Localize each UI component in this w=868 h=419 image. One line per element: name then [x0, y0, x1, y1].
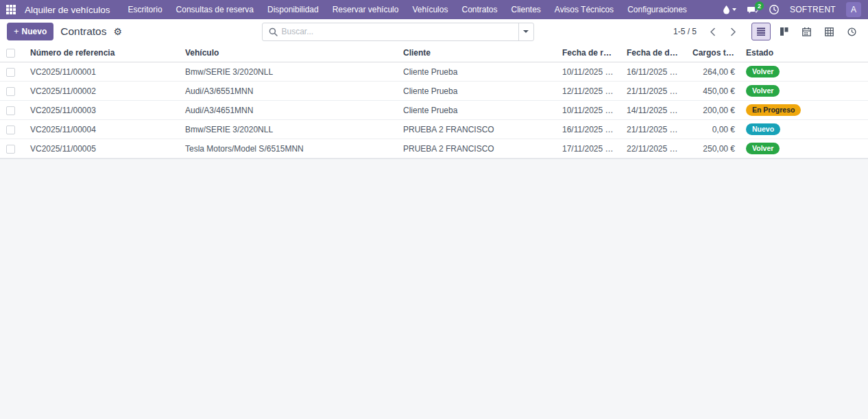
company-switcher[interactable]: SOFTRENT	[790, 5, 836, 14]
cell-pickup-date: 10/11/2025 08:00:00	[557, 62, 621, 82]
row-checkbox[interactable]	[6, 106, 15, 115]
cell-reference: VC2025/11/00004	[25, 120, 180, 139]
cell-reference: VC2025/11/00003	[25, 101, 180, 120]
row-select-cell	[0, 62, 25, 82]
pager-value: 1-5 / 5	[673, 27, 697, 36]
menu-avisos-tecnicos[interactable]: Avisos Técnicos	[548, 0, 620, 19]
company-name: SOFTRENT	[790, 5, 836, 14]
new-button-label: Nuevo	[22, 27, 47, 36]
status-badge: Volver	[746, 85, 780, 97]
page-title: Contratos	[60, 25, 106, 38]
view-switcher-kanban[interactable]	[774, 23, 793, 40]
menu-configuraciones[interactable]: Configuraciones	[620, 0, 694, 19]
column-header-return-date[interactable]: Fecha de devolución	[621, 44, 687, 62]
select-all-checkbox[interactable]	[6, 49, 15, 58]
cell-return-date: 21/11/2025 11:00:00	[621, 120, 687, 139]
cell-total-charges: 250,00 €	[687, 139, 740, 158]
table-row[interactable]: VC2025/11/00004 Bmw/SERIE 3/2020NLL PRUE…	[0, 120, 868, 139]
systray: 2 SOFTRENT A	[723, 2, 861, 17]
status-badge: En Progreso	[746, 104, 801, 116]
view-switcher-calendar[interactable]	[797, 23, 816, 40]
cell-total-charges: 264,00 €	[687, 62, 740, 82]
menu-clientes[interactable]: Clientes	[505, 0, 548, 19]
cell-client: Cliente Prueba	[398, 82, 557, 101]
apps-grid-icon	[6, 5, 16, 14]
row-checkbox[interactable]	[6, 87, 15, 96]
menu-escritorio[interactable]: Escritorio	[121, 0, 169, 19]
row-select-cell	[0, 82, 25, 101]
control-panel-right: 1-5 / 5	[673, 23, 861, 40]
view-switcher	[751, 23, 861, 40]
status-badge: Volver	[746, 143, 780, 154]
view-switcher-list[interactable]	[751, 23, 771, 40]
gear-icon[interactable]: ⚙	[113, 27, 122, 36]
search-input[interactable]	[282, 23, 518, 40]
cell-return-date: 21/11/2025 08:00:00	[621, 82, 687, 101]
table-row[interactable]: VC2025/11/00003 Audi/A3/4651MNN Cliente …	[0, 101, 868, 120]
empty-content-area	[0, 159, 868, 419]
droplet-icon	[723, 5, 730, 14]
cell-client: PRUEBA 2 FRANCISCO	[398, 120, 557, 139]
table-row[interactable]: VC2025/11/00005 Tesla Motors/Model S/651…	[0, 139, 868, 158]
column-header-client[interactable]: Cliente	[398, 44, 557, 62]
systray-activities-button[interactable]	[769, 4, 780, 15]
menu-disponibilidad[interactable]: Disponibilidad	[261, 0, 326, 19]
cell-return-date: 14/11/2025 11:00:00	[621, 101, 687, 120]
pager-previous-button[interactable]	[703, 23, 721, 40]
view-switcher-pivot[interactable]	[819, 23, 839, 40]
cell-client: Cliente Prueba	[398, 101, 557, 120]
row-checkbox[interactable]	[6, 125, 15, 134]
user-avatar[interactable]: A	[846, 2, 861, 17]
cell-client: PRUEBA 2 FRANCISCO	[398, 139, 557, 158]
row-checkbox[interactable]	[6, 68, 15, 77]
row-select-cell	[0, 120, 25, 139]
menu-consultas-de-reserva[interactable]: Consultas de reserva	[169, 0, 261, 19]
column-header-vehicle[interactable]: Vehículo	[180, 44, 398, 62]
status-badge: Nuevo	[746, 123, 780, 135]
cell-reference: VC2025/11/00002	[25, 82, 180, 101]
select-all-cell	[0, 44, 25, 62]
table-row[interactable]: VC2025/11/00001 Bmw/SERIE 3/2020NLL Clie…	[0, 62, 868, 82]
cell-return-date: 22/11/2025 11:00:00	[621, 139, 687, 158]
list-view-icon	[756, 27, 766, 36]
search-filters-toggle[interactable]	[518, 23, 533, 40]
cell-pickup-date: 16/11/2025 11:00:00	[557, 120, 621, 139]
apps-menu-button[interactable]	[0, 0, 22, 19]
control-panel-left: + Nuevo Contratos ⚙	[7, 23, 122, 40]
cell-state: Nuevo	[740, 120, 868, 139]
row-select-cell	[0, 139, 25, 158]
cell-pickup-date: 12/11/2025 08:00:00	[557, 82, 621, 101]
chevron-down-icon	[523, 30, 529, 33]
cell-total-charges: 450,00 €	[687, 82, 740, 101]
cell-pickup-date: 17/11/2025 11:00:00	[557, 139, 621, 158]
app-menu-bar: Escritorio Consultas de reserva Disponib…	[121, 0, 694, 19]
cell-return-date: 16/11/2025 08:00:00	[621, 62, 687, 82]
pivot-view-icon	[825, 27, 834, 36]
column-header-reference[interactable]: Número de referencia	[25, 44, 180, 62]
search-icon	[263, 27, 282, 36]
column-header-state[interactable]: Estado	[740, 44, 868, 62]
plus-icon: +	[14, 28, 19, 35]
systray-messages-button[interactable]: 2	[747, 5, 758, 14]
cell-total-charges: 200,00 €	[687, 101, 740, 120]
new-button[interactable]: + Nuevo	[7, 23, 53, 40]
chevron-down-icon	[732, 8, 736, 11]
cell-vehicle: Tesla Motors/Model S/6515MNN	[180, 139, 398, 158]
cell-vehicle: Bmw/SERIE 3/2020NLL	[180, 120, 398, 139]
menu-contratos[interactable]: Contratos	[455, 0, 504, 19]
row-select-cell	[0, 101, 25, 120]
column-header-total-charges[interactable]: Cargos totales...	[687, 44, 740, 62]
menu-reservar-vehiculo[interactable]: Reservar vehículo	[326, 0, 406, 19]
table-row[interactable]: VC2025/11/00002 Audi/A3/6551MNN Cliente …	[0, 82, 868, 101]
column-header-pickup-date[interactable]: Fecha de recogida	[557, 44, 621, 62]
row-checkbox[interactable]	[6, 145, 15, 154]
pager-next-button[interactable]	[724, 23, 742, 40]
top-navbar: Alquiler de vehículos Escritorio Consult…	[0, 0, 868, 19]
view-switcher-activity[interactable]	[842, 23, 861, 40]
cell-total-charges: 0,00 €	[687, 120, 740, 139]
systray-drop-menu[interactable]	[723, 5, 736, 14]
cell-vehicle: Audi/A3/6551MNN	[180, 82, 398, 101]
cell-pickup-date: 10/11/2025 11:00:00	[557, 101, 621, 120]
current-app-name[interactable]: Alquiler de vehículos	[25, 5, 110, 15]
menu-vehiculos[interactable]: Vehículos	[405, 0, 455, 19]
